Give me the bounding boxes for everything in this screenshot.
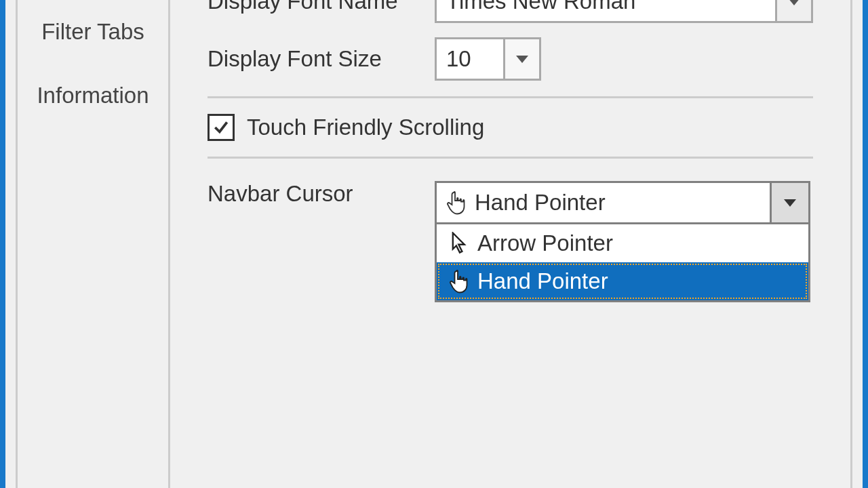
arrow-pointer-icon [446,232,473,255]
font-name-combo-arrow[interactable] [775,0,811,21]
font-size-value: 10 [437,46,503,72]
font-name-value: Times New Roman [437,0,775,14]
navbar-cursor-label: Navbar Cursor [208,181,435,207]
divider [208,157,813,159]
font-size-label: Display Font Size [208,46,435,72]
dropdown-option-label: Arrow Pointer [473,230,613,256]
divider [208,96,813,98]
chevron-down-icon [784,199,796,207]
navbar-cursor-dropdown: Arrow Pointer Hand Pointer [435,224,810,302]
font-size-combo[interactable]: 10 [435,37,541,81]
hand-pointer-icon [446,269,473,293]
touch-scroll-label: Touch Friendly Scrolling [247,115,484,140]
font-name-label: Display Font Name [208,0,435,14]
hand-pointer-icon [443,190,471,215]
touch-scroll-checkbox[interactable] [208,114,235,141]
main-panel: Display Font Name Times New Roman Displa… [170,0,850,488]
navbar-cursor-combo[interactable]: Hand Pointer [435,181,810,224]
dropdown-option-arrow-pointer[interactable]: Arrow Pointer [437,224,808,262]
font-size-combo-arrow[interactable] [503,39,539,79]
sidebar-item-filter-tabs[interactable]: Filter Tabs [18,0,168,64]
font-name-combo[interactable]: Times New Roman [435,0,813,23]
navbar-cursor-combo-arrow[interactable] [770,183,808,222]
navbar-cursor-value: Hand Pointer [471,190,770,216]
check-icon [212,119,230,136]
dropdown-option-hand-pointer[interactable]: Hand Pointer [437,262,808,300]
chevron-down-icon [788,0,800,5]
sidebar-item-information[interactable]: Information [18,64,168,127]
dropdown-option-label: Hand Pointer [473,268,608,294]
chevron-down-icon [516,56,528,63]
sidebar: Filter Tabs Information [18,0,170,488]
